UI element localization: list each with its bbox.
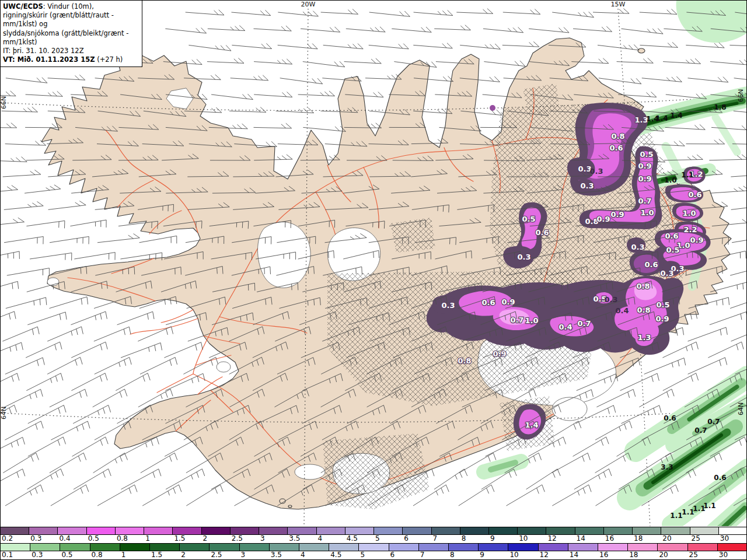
scale-segment: [29, 527, 58, 534]
scale-tick-label: 5: [360, 551, 365, 559]
scale-tick-label: 20: [659, 551, 668, 559]
scale-tick-label: 5: [375, 534, 380, 542]
scale-segment: [658, 544, 687, 551]
scale-tick-label: 0.8: [92, 551, 103, 559]
sleet-value-label: 0.6: [688, 190, 701, 199]
sleet-value-label: 0.3: [660, 269, 673, 278]
scale-tick-label: 18: [634, 534, 643, 542]
sleet-value-label: 0.3: [580, 181, 594, 190]
oraefajokull-glacier: [552, 397, 587, 421]
sleet-value-label: 0.5: [666, 246, 679, 254]
rain-value-label: 1.1: [670, 512, 682, 520]
rain-value-label: 0.7: [694, 426, 707, 435]
scale-segment: [403, 527, 431, 534]
scale-tick-label: 2: [181, 551, 186, 559]
scale-segment: [210, 544, 239, 551]
scale-segment: [180, 544, 210, 551]
small-sleet-dot: [490, 105, 495, 111]
scale-tick-label: 12: [547, 534, 556, 542]
scale-segment: [508, 544, 538, 551]
sleet-value-label: 0.3: [631, 243, 644, 251]
scale-segment: [173, 527, 201, 534]
scale-tick-label: 18: [629, 551, 638, 559]
sleet-value-label: 0.5: [656, 300, 669, 309]
title-line-1: UWC/ECDS: Vindur (10m),: [3, 2, 139, 11]
rain-value-label: 1.4: [670, 111, 682, 120]
scale-segment: [270, 544, 299, 551]
sleet-value-label: 0.6: [609, 144, 623, 152]
sleet-value-label: 0.6: [665, 232, 678, 240]
parallel-label: 64N: [1, 407, 8, 419]
scale-tick-label: 6: [404, 534, 409, 542]
title-line-4: IT: þri. 31. 10. 2023 12Z: [3, 47, 139, 55]
thingvallavatn-lake: [217, 362, 231, 372]
scale-segment: [374, 527, 403, 534]
sleet-value-label: 0.7: [638, 197, 651, 205]
scale-tick-label: 0.3: [30, 534, 41, 542]
scale-segment: [87, 527, 116, 534]
scale-tick-label: 0.4: [59, 534, 70, 542]
scale-segment: [231, 527, 259, 534]
scale-segment: [688, 544, 718, 551]
scale-segment: [460, 527, 489, 534]
scale-tick-label: 0.5: [61, 551, 72, 559]
sleet-value-label: 0.8: [636, 282, 650, 290]
scale-segment: [1, 544, 30, 551]
scale-tick-label: 25: [692, 534, 700, 542]
scale-tick-label: 0.3: [32, 551, 43, 559]
scale-segment: [546, 527, 575, 534]
sleet-value-label: 0.6: [481, 298, 495, 307]
scale-tick-label: 0.1: [2, 551, 13, 559]
scale-tick-label: 14: [570, 551, 578, 559]
scale-segment: [568, 544, 598, 551]
scale-segment: [575, 527, 604, 534]
scale-tick-label: 4.5: [347, 534, 358, 542]
scale-tick-label: 4: [318, 534, 323, 542]
scale-segment: [690, 527, 719, 534]
scale-segment: [449, 544, 479, 551]
rain-value-label: 0.7: [707, 418, 720, 426]
scale-tick-label: 20: [662, 534, 671, 542]
parallel-label: 64N: [737, 402, 745, 415]
scale-segment: [661, 527, 690, 534]
sleet-value-label: 0.3: [441, 301, 455, 310]
sleet-value-label: 0.9: [638, 162, 651, 170]
title-block: UWC/ECDS: Vindur (10m), rigning/skúrir (…: [1, 1, 142, 67]
scale-tick-label: 12: [540, 551, 549, 559]
scale-segment: [116, 527, 144, 534]
sleet-value-label: 0.7: [577, 319, 591, 328]
scale-tick-label: 3.5: [271, 551, 282, 559]
scale-segment: [299, 544, 329, 551]
scale-tick-label: 8: [450, 551, 455, 559]
sleet-value-label: 0.7: [510, 316, 523, 324]
scale-tick-label: 1: [145, 534, 150, 542]
scale-tick-label: 2: [203, 534, 208, 542]
scale-segment: [1, 527, 29, 534]
scale-tick-label: 1.5: [174, 534, 185, 542]
scale-tick-label: 16: [599, 551, 608, 559]
sleet-value-label: 0.9: [690, 236, 703, 244]
scale-segment: [60, 544, 90, 551]
scale-tick-label: 1: [121, 551, 126, 559]
sleet-value-label: 1.4: [525, 421, 538, 429]
sleet-value-label: 0.5: [522, 215, 535, 223]
sleet-value-label: 0.9: [501, 298, 515, 306]
scale-segment: [604, 527, 633, 534]
sleet-value-label: 1.0: [525, 316, 538, 325]
scale-segment: [288, 527, 316, 534]
sleet-value-label: 2.2: [683, 225, 697, 234]
scale-segment: [30, 544, 60, 551]
rain-value-label: 0.6: [664, 414, 676, 422]
rain-scale-labels: 0.10.30.50.811.522.533.544.5567891012141…: [1, 551, 747, 559]
rain-value-label: 1.4: [655, 114, 668, 123]
scale-segment: [90, 544, 120, 551]
scale-tick-label: 8: [462, 534, 466, 542]
sleet-value-label: 1.0: [682, 209, 696, 218]
scale-segment: [202, 527, 231, 534]
scale-tick-label: 16: [605, 534, 614, 542]
title-line-3: slydda/snjókoma (grátt/bleikt/grænt - mm…: [3, 29, 139, 47]
scale-segment: [718, 544, 747, 551]
scale-segment: [719, 527, 747, 534]
scale-tick-label: 10: [509, 551, 518, 559]
parallel-label: 66N: [1, 96, 8, 109]
